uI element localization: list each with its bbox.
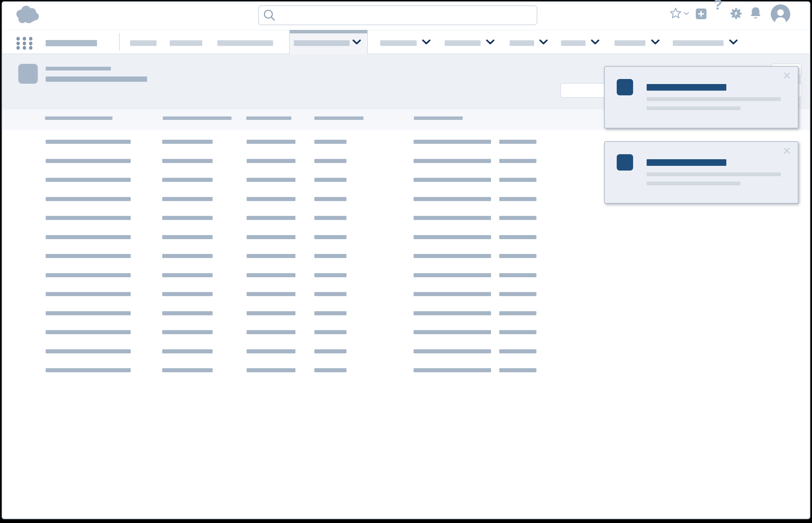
table-cell-placeholder bbox=[247, 216, 295, 220]
chevron-down-icon[interactable] bbox=[729, 39, 738, 45]
nav-tab[interactable] bbox=[170, 40, 202, 46]
table-cell-placeholder bbox=[162, 368, 213, 372]
close-icon bbox=[783, 75, 791, 80]
table-cell-placeholder bbox=[247, 235, 295, 239]
table-cell-placeholder bbox=[46, 368, 131, 372]
table-row[interactable] bbox=[25, 305, 554, 322]
toast-close-button[interactable] bbox=[783, 147, 791, 155]
table-cell-placeholder bbox=[46, 330, 131, 334]
chevron-down-icon[interactable] bbox=[352, 39, 361, 45]
gear-icon bbox=[730, 16, 742, 21]
table-cell-placeholder bbox=[247, 159, 295, 163]
table-row[interactable] bbox=[25, 210, 554, 227]
global-search-input[interactable] bbox=[278, 6, 531, 24]
column-header-placeholder bbox=[414, 116, 463, 120]
table-cell-placeholder bbox=[46, 311, 131, 315]
table-cell-placeholder bbox=[247, 330, 295, 334]
table-cell-placeholder bbox=[314, 349, 346, 354]
bell-icon bbox=[749, 16, 762, 20]
table-row[interactable] bbox=[25, 172, 554, 188]
table-cell-placeholder bbox=[46, 197, 131, 201]
table-cell-placeholder bbox=[162, 178, 213, 182]
table-row[interactable] bbox=[25, 229, 554, 246]
search-icon bbox=[263, 8, 277, 22]
table-cell-placeholder bbox=[499, 292, 536, 296]
table-cell-placeholder bbox=[314, 311, 346, 315]
table-cell-placeholder bbox=[162, 159, 213, 163]
table-row[interactable] bbox=[25, 248, 554, 265]
nav-tab[interactable] bbox=[673, 40, 724, 46]
toast-icon-placeholder bbox=[617, 79, 633, 95]
table-cell-placeholder bbox=[247, 254, 295, 258]
favorites-menu-button[interactable] bbox=[684, 12, 689, 15]
close-icon bbox=[783, 151, 791, 156]
table-cell-placeholder bbox=[414, 178, 491, 182]
nav-tab[interactable] bbox=[509, 40, 534, 46]
table-cell-placeholder bbox=[162, 273, 213, 277]
setup-button[interactable] bbox=[730, 7, 742, 20]
table-cell-placeholder bbox=[414, 349, 491, 354]
table-cell-placeholder bbox=[162, 292, 213, 296]
chevron-down-icon[interactable] bbox=[651, 39, 659, 45]
user-avatar-button[interactable] bbox=[771, 4, 790, 24]
table-cell-placeholder bbox=[247, 368, 295, 372]
help-button[interactable]: ? bbox=[713, 4, 722, 8]
table-row[interactable] bbox=[25, 343, 554, 360]
table-row[interactable] bbox=[25, 362, 554, 379]
plus-square-icon bbox=[696, 15, 707, 20]
star-icon bbox=[670, 15, 681, 20]
table-row[interactable] bbox=[25, 152, 554, 169]
table-cell-placeholder bbox=[247, 178, 295, 182]
nav-tab[interactable] bbox=[380, 40, 417, 46]
toast-title-placeholder bbox=[646, 159, 726, 166]
app-launcher-button[interactable] bbox=[16, 37, 32, 50]
table-cell-placeholder bbox=[499, 216, 536, 220]
table-cell-placeholder bbox=[46, 178, 131, 182]
nav-tab-selected[interactable] bbox=[289, 30, 368, 54]
nav-divider bbox=[119, 33, 120, 51]
app-launcher-dot bbox=[16, 41, 20, 45]
chevron-down-icon[interactable] bbox=[539, 39, 548, 45]
table-cell-placeholder bbox=[314, 368, 346, 372]
table-cell-placeholder bbox=[46, 140, 131, 144]
table-cell-placeholder bbox=[162, 216, 213, 220]
notifications-button[interactable] bbox=[749, 6, 762, 19]
nav-tab[interactable] bbox=[217, 40, 273, 46]
table-cell-placeholder bbox=[46, 273, 131, 277]
table-row[interactable] bbox=[25, 286, 554, 303]
nav-tab[interactable] bbox=[445, 40, 481, 46]
table-cell-placeholder bbox=[46, 254, 131, 258]
toast-close-button[interactable] bbox=[783, 72, 791, 79]
chevron-down-icon[interactable] bbox=[486, 39, 495, 45]
table-cell-placeholder bbox=[162, 330, 213, 334]
chevron-down-icon[interactable] bbox=[422, 39, 431, 45]
table-cell-placeholder bbox=[314, 235, 346, 239]
table-cell-placeholder bbox=[247, 273, 295, 277]
table-cell-placeholder bbox=[247, 197, 295, 201]
table-cell-placeholder bbox=[247, 311, 295, 315]
table-cell-placeholder bbox=[499, 197, 536, 201]
global-search-box bbox=[258, 5, 537, 25]
table-cell-placeholder bbox=[414, 292, 491, 296]
table-cell-placeholder bbox=[414, 159, 491, 163]
app-launcher-dot bbox=[23, 41, 26, 45]
nav-tab[interactable] bbox=[561, 40, 586, 46]
table-row[interactable] bbox=[25, 267, 554, 284]
question-mark-icon: ? bbox=[713, 0, 722, 13]
table-cell-placeholder bbox=[499, 330, 536, 334]
toast-line-placeholder bbox=[646, 173, 781, 176]
table-cell-placeholder bbox=[314, 216, 346, 220]
nav-tab[interactable] bbox=[615, 40, 645, 46]
table-cell-placeholder bbox=[499, 178, 536, 182]
favorites-button[interactable] bbox=[670, 7, 681, 19]
table-cell-placeholder bbox=[314, 159, 346, 163]
global-actions-button[interactable] bbox=[696, 8, 707, 19]
table-cell-placeholder bbox=[414, 254, 491, 258]
table-cell-placeholder bbox=[46, 349, 131, 354]
chevron-down-icon[interactable] bbox=[591, 39, 599, 45]
nav-tab[interactable] bbox=[130, 40, 157, 46]
avatar-icon bbox=[771, 20, 790, 25]
table-row[interactable] bbox=[25, 324, 554, 341]
table-row[interactable] bbox=[25, 133, 554, 150]
table-row[interactable] bbox=[25, 191, 554, 208]
